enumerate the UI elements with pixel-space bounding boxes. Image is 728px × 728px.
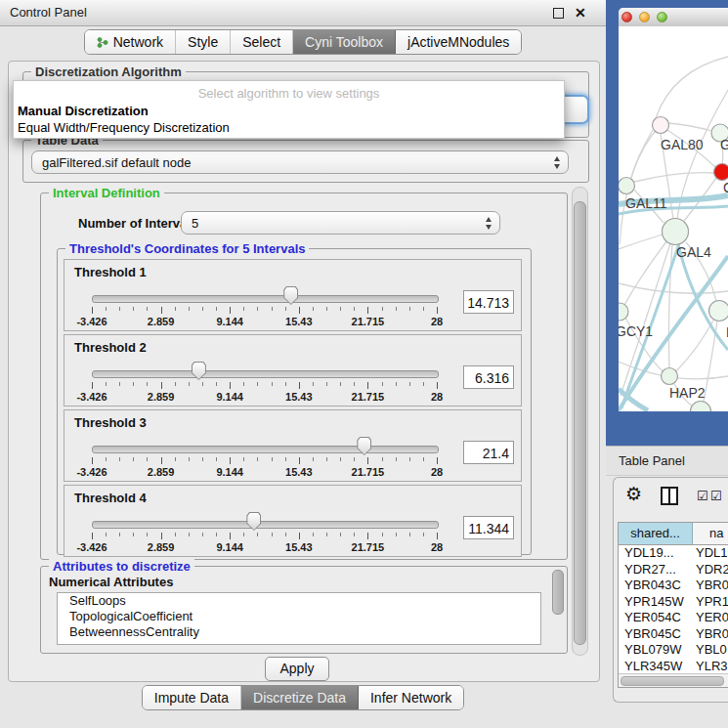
slider-track[interactable] xyxy=(92,295,439,303)
network-node-gcy1[interactable] xyxy=(619,303,628,321)
table-row[interactable]: YDR27...YDR2 xyxy=(619,562,728,578)
slider-track[interactable] xyxy=(92,521,439,529)
list-scrollbar-thumb[interactable] xyxy=(552,570,564,615)
tab-impute-data[interactable]: Impute Data xyxy=(143,686,241,709)
slider-tick xyxy=(299,533,300,539)
network-node-gal80[interactable] xyxy=(653,117,669,134)
panel-vertical-scrollbar[interactable] xyxy=(572,187,588,656)
slider-track[interactable] xyxy=(92,370,439,378)
network-node-gal11[interactable] xyxy=(619,178,635,194)
float-window-icon[interactable] xyxy=(553,8,564,19)
slider-tick xyxy=(409,307,410,311)
slider-tick xyxy=(299,382,300,389)
tab-select[interactable]: Select xyxy=(231,30,293,54)
attributes-group: Attributes to discretize Numerical Attri… xyxy=(40,566,568,654)
table-data-combobox[interactable]: galFiltered.sif default node xyxy=(31,150,569,174)
minimize-traffic-light-icon[interactable] xyxy=(639,12,650,22)
apply-button[interactable]: Apply xyxy=(265,657,329,681)
slider-tick xyxy=(161,457,162,464)
zoom-traffic-light-icon[interactable] xyxy=(657,12,667,22)
numerical-attributes-list[interactable]: SelfLoopsTopologicalCoefficientBetweenne… xyxy=(57,592,541,645)
number-of-intervals-combobox[interactable]: 5 xyxy=(181,211,500,235)
slider-track[interactable] xyxy=(92,446,439,453)
table-row[interactable]: YBR045CYBR0 xyxy=(619,626,728,643)
gear-icon[interactable]: ⚙ xyxy=(625,483,642,505)
tab-label: jActiveMNodules xyxy=(407,34,509,50)
network-window-titlebar xyxy=(619,8,728,27)
table-horizontal-scrollbar[interactable] xyxy=(619,673,728,687)
slider-tick xyxy=(175,382,176,386)
slider-tick xyxy=(133,457,134,461)
dropdown-option-manual[interactable]: Manual Discretization xyxy=(18,104,149,118)
table-row[interactable]: YBL079WYBL0 xyxy=(619,642,728,659)
threshold-value-field[interactable]: 11.344 xyxy=(463,516,514,539)
slider-tick xyxy=(285,307,286,311)
slider-tick xyxy=(396,533,397,536)
slider-tick-label: 9.144 xyxy=(216,316,243,327)
cell-name: YBL0 xyxy=(692,642,728,659)
table-panel-title: Table Panel xyxy=(619,447,685,475)
network-node-hap2[interactable] xyxy=(662,368,678,385)
tab-style[interactable]: Style xyxy=(176,30,231,54)
list-item[interactable]: SelfLoops xyxy=(58,593,540,609)
network-node-c[interactable] xyxy=(714,164,728,181)
cell-name: YBR0 xyxy=(692,626,728,643)
network-edge[interactable] xyxy=(634,173,714,182)
network-node-gal4[interactable] xyxy=(663,219,689,245)
tab-network[interactable]: Network xyxy=(85,30,176,54)
tab-cyni-toolbox[interactable]: Cyni Toolbox xyxy=(293,30,396,54)
list-item[interactable]: BetweennessCentrality xyxy=(58,624,540,640)
slider-tick xyxy=(367,382,368,389)
threshold-value-field[interactable]: 14.713 xyxy=(463,290,514,314)
network-edge[interactable] xyxy=(676,321,713,371)
table-row[interactable]: YER054CYER0 xyxy=(619,610,728,626)
network-edge-highlighted[interactable] xyxy=(678,244,728,350)
scrollbar-thumb[interactable] xyxy=(621,676,724,686)
table-row[interactable]: YLR345WYLR3 xyxy=(619,659,728,675)
tab-label: Discretize Data xyxy=(253,690,346,706)
tab-infer-network[interactable]: Infer Network xyxy=(359,686,463,709)
cell-shared-name: YDR27... xyxy=(619,562,692,578)
table-row[interactable]: YPR145WYPR1 xyxy=(619,594,728,611)
cell-name: YDL1 xyxy=(692,545,728,562)
checkbox-icon[interactable]: ☑ xyxy=(710,489,722,503)
dropdown-option-equal-width[interactable]: Equal Width/Frequency Discretization xyxy=(18,120,230,135)
list-item[interactable]: TopologicalCoefficient xyxy=(58,609,540,624)
table-row[interactable]: YDL19...YDL1 xyxy=(619,545,728,562)
scrollbar-thumb[interactable] xyxy=(574,201,586,645)
slider-tick xyxy=(437,382,438,389)
attributes-group-title: Attributes to discretize xyxy=(49,559,194,574)
split-pane-icon[interactable] xyxy=(661,487,678,505)
threshold-value-field[interactable]: 6.316 xyxy=(463,365,514,389)
slider-tick xyxy=(299,457,300,464)
close-icon[interactable]: ✕ xyxy=(575,4,586,21)
tab-jactivemnodules[interactable]: jActiveMNodules xyxy=(396,30,521,54)
tab-discretize-data[interactable]: Discretize Data xyxy=(241,686,359,709)
network-edge[interactable] xyxy=(631,130,653,178)
slider-tick xyxy=(272,533,273,536)
slider-tick-label: -3.426 xyxy=(76,541,107,553)
slider-tick xyxy=(189,307,190,311)
network-canvas[interactable]: GAL80GCGAL11GAL4GCY1HHAP2 xyxy=(619,26,728,411)
threshold-value-field[interactable]: 21.4 xyxy=(463,441,514,464)
network-edge[interactable] xyxy=(668,123,711,131)
slider-tick-label: 21.715 xyxy=(352,316,385,327)
cell-shared-name: YDL19... xyxy=(619,545,692,562)
slider-tick-label: 28 xyxy=(431,466,443,478)
checkbox-icon[interactable]: ☑ xyxy=(697,489,708,503)
threshold-panel: Threshold 2-3.4262.8599.14415.4321.71528… xyxy=(64,334,522,407)
network-node[interactable] xyxy=(691,402,711,412)
slider-tick xyxy=(313,307,314,311)
column-header-name[interactable]: na xyxy=(693,523,728,544)
slider-tick xyxy=(147,382,148,386)
column-header-shared[interactable]: shared... xyxy=(619,523,693,544)
slider-tick-label: 15.43 xyxy=(285,316,313,327)
close-traffic-light-icon[interactable] xyxy=(621,12,632,22)
table-row[interactable]: YBR043CYBR0 xyxy=(619,578,728,594)
network-edge[interactable] xyxy=(619,235,663,249)
slider-tick-label: 9.144 xyxy=(216,466,243,478)
threshold-panel: Threshold 1-3.4262.8599.14415.4321.71528… xyxy=(64,259,522,331)
network-node-h[interactable] xyxy=(709,301,728,321)
slider-tick xyxy=(175,307,176,311)
cell-shared-name: YPR145W xyxy=(619,594,692,611)
